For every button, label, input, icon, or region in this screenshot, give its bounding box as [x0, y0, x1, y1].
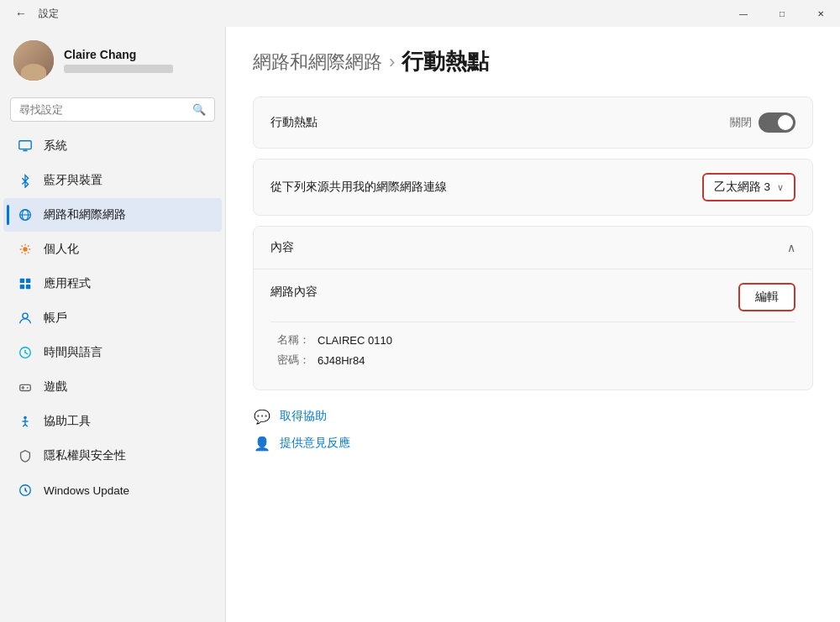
sidebar-item-label-privacy: 隱私權與安全性	[44, 448, 126, 463]
sidebar-item-update[interactable]: Windows Update	[3, 473, 222, 507]
edit-button[interactable]: 編輯	[738, 283, 795, 311]
personalize-icon	[17, 241, 34, 258]
hotspot-row: 行動熱點 關閉	[254, 97, 812, 148]
minimize-button[interactable]: —	[724, 0, 763, 27]
name-value: CLAIREC 0110	[318, 334, 392, 347]
hotspot-toggle[interactable]	[759, 112, 795, 133]
sidebar-item-accounts[interactable]: 帳戶	[3, 301, 222, 335]
help-link1-label: 取得協助	[280, 409, 327, 424]
sidebar-item-label-personalize: 個人化	[44, 242, 79, 257]
sidebar-item-time[interactable]: 時間與語言	[3, 336, 222, 369]
sidebar-item-label-network: 網路和網際網路	[44, 207, 126, 222]
gaming-icon	[17, 379, 34, 395]
update-icon	[17, 482, 34, 499]
titlebar: ← 設定 — □ ✕	[0, 0, 840, 27]
apps-icon	[17, 275, 34, 292]
sidebar-item-label-accounts: 帳戶	[44, 311, 67, 326]
avatar-image	[13, 40, 54, 81]
content-section-header[interactable]: 內容 ∧	[254, 227, 812, 269]
sidebar-item-label-bluetooth: 藍牙與裝置	[44, 173, 102, 188]
maximize-button[interactable]: □	[763, 0, 801, 27]
svg-point-7	[23, 247, 27, 251]
chevron-up-icon: ∧	[787, 241, 795, 254]
breadcrumb: 網路和網際網路 › 行動熱點	[253, 47, 813, 76]
svg-rect-9	[26, 279, 30, 283]
bluetooth-icon	[17, 172, 34, 189]
sidebar-item-system[interactable]: 系統	[3, 129, 222, 163]
svg-rect-10	[20, 285, 24, 289]
search-input[interactable]	[19, 103, 186, 116]
search-icon: 🔍	[192, 103, 206, 116]
get-help-link[interactable]: 💬 取得協助	[253, 407, 813, 426]
sidebar-item-label-time: 時間與語言	[44, 345, 102, 360]
password-value: 6J48Hr84	[318, 354, 365, 367]
feedback-icon: 👤	[253, 434, 271, 452]
help-section: 💬 取得協助 👤 提供意見反應	[253, 407, 813, 452]
share-value: 乙太網路 3	[714, 180, 770, 195]
titlebar-controls: — □ ✕	[724, 0, 840, 27]
profile-name: Claire Chang	[64, 48, 173, 61]
sidebar-item-label-accessibility: 協助工具	[44, 414, 91, 429]
content-inner: 網路和網際網路 › 行動熱點 行動熱點 關閉 從下列來源共用我的網際網路連線	[226, 27, 840, 473]
password-key: 密碼：	[277, 353, 311, 368]
chevron-down-icon: ∨	[777, 182, 784, 193]
help-icon: 💬	[253, 407, 271, 426]
sidebar-item-bluetooth[interactable]: 藍牙與裝置	[3, 164, 222, 197]
toggle-container: 關閉	[730, 112, 795, 133]
sidebar-item-personalize[interactable]: 個人化	[3, 233, 222, 266]
sidebar-item-label-apps: 應用程式	[44, 276, 91, 291]
main-window: Claire Chang 🔍 系統藍牙與裝置網路和網際網路個人化應用程式帳戶時間…	[0, 27, 840, 622]
search-box[interactable]: 🔍	[10, 97, 215, 122]
svg-point-19	[27, 387, 29, 389]
sidebar-item-label-update: Windows Update	[44, 484, 129, 497]
content-area: 網路和網際網路 › 行動熱點 行動熱點 關閉 從下列來源共用我的網際網路連線	[225, 27, 840, 622]
svg-rect-8	[20, 279, 24, 283]
sidebar-item-label-gaming: 遊戲	[44, 379, 67, 395]
accounts-icon	[17, 310, 34, 327]
sidebar-item-privacy[interactable]: 隱私權與安全性	[3, 439, 222, 473]
time-icon	[17, 344, 34, 361]
network-content-label: 網路內容	[270, 285, 318, 300]
sidebar-item-network[interactable]: 網路和網際網路	[3, 198, 222, 232]
avatar	[13, 40, 54, 81]
close-button[interactable]: ✕	[801, 0, 840, 27]
name-row: 名稱： CLAIREC 0110	[270, 332, 795, 348]
feedback-link[interactable]: 👤 提供意見反應	[253, 434, 813, 452]
page-title: 行動熱點	[402, 47, 489, 76]
sidebar-item-apps[interactable]: 應用程式	[3, 267, 222, 301]
svg-rect-1	[23, 150, 27, 152]
sidebar-item-gaming[interactable]: 遊戲	[3, 370, 222, 404]
sidebar: Claire Chang 🔍 系統藍牙與裝置網路和網際網路個人化應用程式帳戶時間…	[0, 27, 225, 622]
sidebar-item-label-system: 系統	[44, 139, 67, 154]
name-key: 名稱：	[277, 332, 311, 348]
window-title: 設定	[39, 7, 59, 21]
hotspot-section: 行動熱點 關閉	[253, 97, 813, 149]
back-button[interactable]: ←	[10, 7, 32, 20]
content-section-title: 內容	[270, 240, 294, 255]
help-link2-label: 提供意見反應	[280, 436, 350, 451]
svg-rect-0	[19, 141, 31, 149]
svg-line-15	[25, 353, 28, 354]
share-dropdown[interactable]: 乙太網路 3 ∨	[702, 173, 795, 201]
svg-line-24	[25, 425, 28, 427]
breadcrumb-parent[interactable]: 網路和網際網路	[253, 50, 382, 75]
profile-email-bar	[64, 65, 173, 73]
profile-area[interactable]: Claire Chang	[0, 27, 225, 94]
network-icon	[17, 206, 34, 223]
share-row: 從下列來源共用我的網際網路連線 乙太網路 3 ∨	[254, 159, 812, 215]
hotspot-label: 行動熱點	[270, 115, 318, 130]
privacy-icon	[17, 447, 34, 464]
profile-info: Claire Chang	[64, 48, 173, 73]
titlebar-left: ← 設定	[10, 7, 59, 21]
share-label: 從下列來源共用我的網際網路連線	[270, 180, 447, 195]
sidebar-item-accessibility[interactable]: 協助工具	[3, 405, 222, 438]
system-icon	[17, 138, 34, 154]
toggle-label: 關閉	[730, 115, 752, 130]
svg-rect-11	[26, 285, 30, 289]
password-row: 密碼： 6J48Hr84	[270, 353, 795, 368]
content-section: 內容 ∧ 網路內容 編輯 名稱： CLAIREC 0110 密碼： 6J48Hr…	[253, 226, 813, 390]
accessibility-icon	[17, 413, 34, 430]
svg-point-12	[23, 313, 28, 318]
network-content-row: 網路內容 編輯	[270, 283, 795, 322]
nav-section: 系統藍牙與裝置網路和網際網路個人化應用程式帳戶時間與語言遊戲協助工具隱私權與安全…	[0, 128, 225, 622]
